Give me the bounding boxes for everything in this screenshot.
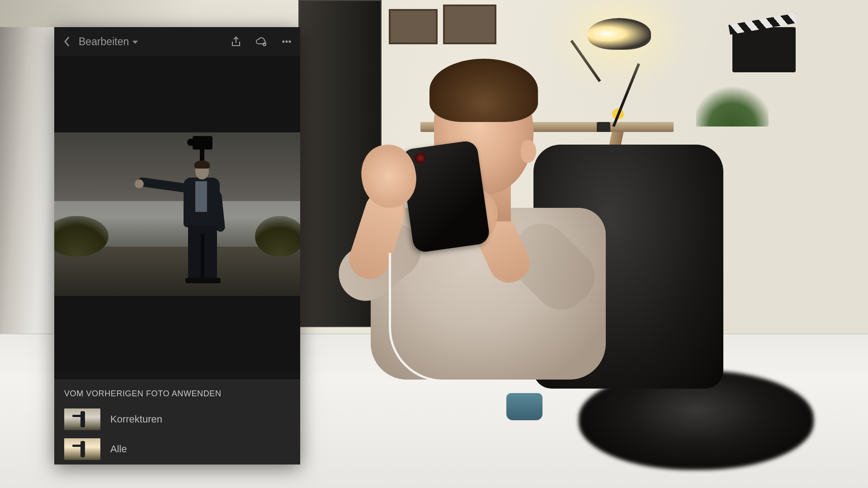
apply-from-previous-sheet: VOM VORHERIGEN FOTO ANWENDEN Korrekturen… [54,380,300,465]
more-options-button[interactable] [278,33,296,51]
caret-down-icon [132,41,138,44]
sheet-item-label: Alle [110,443,127,455]
lightroom-mobile-screen: Bearbeiten [54,27,300,465]
share-button[interactable] [227,33,245,51]
svg-point-3 [288,40,291,42]
charging-cable [389,253,481,382]
monitor-side [0,27,63,343]
cloud-sync-icon [255,36,267,47]
more-horizontal-icon [281,36,292,47]
edited-photo-preview [54,132,300,296]
mode-dropdown[interactable]: Bearbeiten [79,36,138,48]
desk-lamp-head [588,18,651,50]
gimbal-camera-rig [191,136,214,163]
thumbnail-icon [64,438,100,460]
app-top-bar: Bearbeiten [54,27,300,56]
svg-point-1 [282,40,284,42]
sheet-item-all[interactable]: Alle [54,435,300,465]
plant-right [696,81,769,127]
cloud-sync-button[interactable] [252,33,270,51]
chevron-left-icon [63,36,71,47]
share-icon [230,36,242,47]
sheet-item-corrections[interactable]: Korrekturen [54,405,300,435]
sheet-item-label: Korrekturen [110,413,162,425]
photo-subject-person [167,160,226,282]
mug [506,393,542,420]
mode-label: Bearbeiten [79,36,129,48]
svg-point-2 [285,40,288,42]
photo-canvas[interactable] [54,56,300,372]
back-button[interactable] [59,33,75,50]
smartphone-back [400,140,491,253]
sheet-title: VOM VORHERIGEN FOTO ANWENDEN [54,380,300,405]
thumbnail-icon [64,408,100,430]
film-clapperboard [732,27,796,72]
